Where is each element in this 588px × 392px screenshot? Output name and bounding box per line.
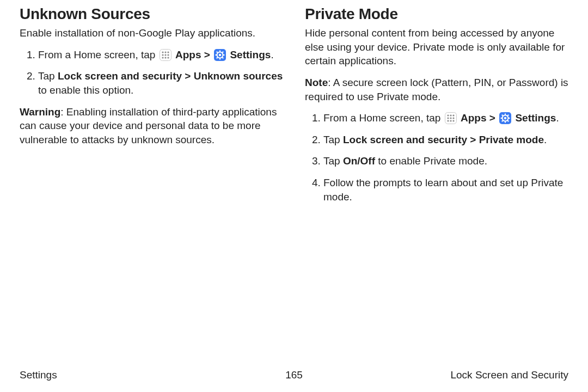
step-suffix: to enable Private mode. xyxy=(375,155,487,167)
bold-onoff: On/Off xyxy=(343,155,375,167)
right-column: Private Mode Hide personal content from … xyxy=(305,5,568,211)
page-footer: Settings 165 Lock Screen and Security xyxy=(20,369,568,381)
chevron: > xyxy=(489,112,498,124)
settings-gear-icon xyxy=(214,49,226,61)
svg-point-4 xyxy=(162,54,163,56)
svg-line-19 xyxy=(222,51,223,52)
svg-point-5 xyxy=(164,54,166,56)
svg-line-18 xyxy=(217,57,218,58)
private-mode-steps: From a Home screen, tap Apps > xyxy=(305,111,568,204)
section-title-unknown-sources: Unknown Sources xyxy=(20,5,283,23)
step-text: Tap xyxy=(323,155,343,167)
step-3: Tap On/Off to enable Private mode. xyxy=(323,154,568,168)
svg-line-37 xyxy=(502,115,503,116)
warning-label: Warning xyxy=(20,106,60,118)
svg-point-8 xyxy=(164,57,166,58)
chevron: > xyxy=(204,49,213,60)
svg-point-26 xyxy=(450,118,451,119)
svg-point-22 xyxy=(447,115,449,117)
svg-point-6 xyxy=(167,54,169,56)
step-text: Tap xyxy=(323,134,343,145)
step-text: Tap xyxy=(38,70,58,82)
note-text: : A secure screen lock (Pattern, PIN, or… xyxy=(305,77,568,102)
note-paragraph: Note: A secure screen lock (Pattern, PIN… xyxy=(305,76,568,103)
step-2: Tap Lock screen and security > Private m… xyxy=(323,133,568,147)
step-text: From a Home screen, tap xyxy=(38,49,158,60)
step-suffix: to enable this option. xyxy=(38,84,133,96)
svg-point-3 xyxy=(167,51,169,53)
svg-point-25 xyxy=(447,118,449,119)
two-column-layout: Unknown Sources Enable installation of n… xyxy=(20,5,568,211)
apps-icon xyxy=(445,112,457,124)
step-text: Follow the prompts to learn about and se… xyxy=(323,177,563,203)
note-label: Note xyxy=(305,77,328,88)
svg-point-41 xyxy=(504,117,506,119)
step-1: From a Home screen, tap Apps > xyxy=(323,111,568,125)
svg-point-27 xyxy=(452,118,454,119)
bold-path: Lock screen and security > Unknown sourc… xyxy=(58,70,283,82)
svg-point-29 xyxy=(450,120,451,122)
svg-line-16 xyxy=(217,51,218,52)
apps-label: Apps xyxy=(175,49,201,60)
svg-point-24 xyxy=(452,115,454,117)
step-suffix: . xyxy=(556,112,559,124)
apps-icon xyxy=(160,49,171,61)
settings-gear-icon xyxy=(499,112,511,124)
left-column: Unknown Sources Enable installation of n… xyxy=(20,5,283,211)
svg-point-28 xyxy=(447,120,449,122)
step-4: Follow the prompts to learn about and se… xyxy=(323,176,568,204)
svg-point-2 xyxy=(164,51,166,53)
section-title-private-mode: Private Mode xyxy=(305,5,568,23)
svg-point-9 xyxy=(167,57,169,58)
svg-line-39 xyxy=(502,121,503,122)
step-text: From a Home screen, tap xyxy=(323,112,444,124)
svg-point-20 xyxy=(219,53,221,56)
svg-point-7 xyxy=(162,57,163,58)
manual-page: Unknown Sources Enable installation of n… xyxy=(0,0,588,392)
bold-path: Lock screen and security > Private mode xyxy=(343,134,544,145)
unknown-sources-steps: From a Home screen, tap Apps > xyxy=(20,48,283,97)
settings-label: Settings xyxy=(230,49,271,60)
svg-line-40 xyxy=(507,115,509,116)
private-mode-lead: Hide personal content from being accesse… xyxy=(305,26,568,68)
svg-point-30 xyxy=(452,120,454,122)
svg-point-23 xyxy=(450,115,451,117)
svg-line-17 xyxy=(222,57,223,58)
footer-page-number: 165 xyxy=(20,369,568,381)
apps-label: Apps xyxy=(461,112,487,124)
unknown-sources-lead: Enable installation of non-Google Play a… xyxy=(20,26,283,40)
svg-line-38 xyxy=(507,121,509,122)
settings-label: Settings xyxy=(515,112,556,124)
step-suffix: . xyxy=(544,134,547,145)
warning-paragraph: Warning: Enabling installation of third-… xyxy=(20,105,283,147)
svg-point-1 xyxy=(162,51,163,53)
step-suffix: . xyxy=(271,49,273,60)
step-2: Tap Lock screen and security > Unknown s… xyxy=(38,69,283,97)
step-1: From a Home screen, tap Apps > xyxy=(38,48,283,62)
